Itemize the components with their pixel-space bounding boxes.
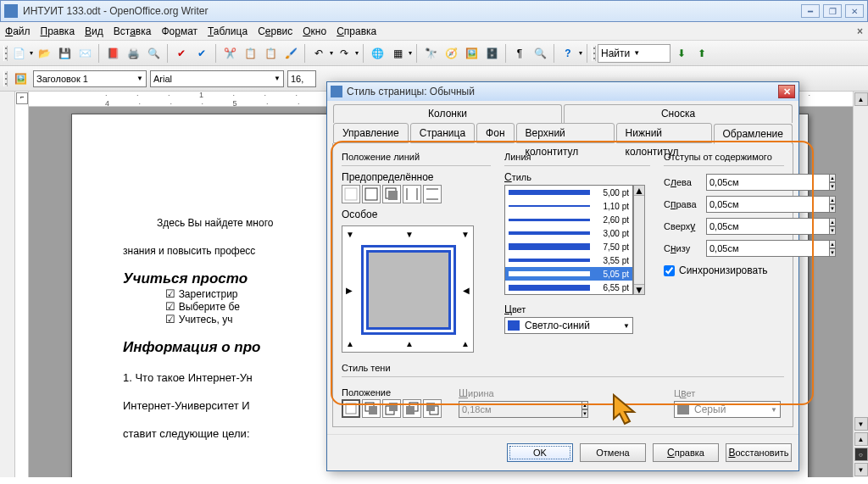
hyperlink-icon[interactable]: 🌐 [368,44,387,63]
help-button[interactable]: Справка [653,443,719,462]
tab-columns[interactable]: Колонки [333,104,562,123]
restore-button[interactable]: ❐ [823,4,842,18]
shadow-tr[interactable] [382,399,401,418]
minimize-button[interactable]: ━ [801,4,820,18]
toolbar-handle[interactable] [592,46,596,61]
line-style-option[interactable]: 1,10 pt [505,199,632,213]
menu-window[interactable]: Окно [303,25,326,37]
gallery-icon[interactable]: 🖼️ [462,44,481,63]
open-icon[interactable]: 📂 [35,44,53,63]
zoom-icon[interactable]: 🔍 [531,44,549,63]
margin-bottom-input[interactable] [706,240,830,257]
find-prev-icon[interactable]: ⬆ [693,44,711,63]
margin-top-input[interactable] [706,218,830,235]
toolbar-handle[interactable] [3,71,8,86]
line-style-list[interactable]: 5,00 pt1,10 pt2,60 pt3,00 pt7,50 pt3,55 … [504,185,633,295]
save-icon[interactable]: 💾 [55,44,74,63]
dialog-titlebar[interactable]: Стиль страницы: Обычный ✕ [327,82,798,101]
preset-box[interactable] [362,185,381,203]
tab-footer[interactable]: Нижний колонтитул [616,123,712,143]
tab-header[interactable]: Верхний колонтитул [516,123,615,143]
tab-footnote[interactable]: Сноска [564,104,793,123]
tab-border[interactable]: Обрамление [714,124,793,144]
paste-icon[interactable]: 📋 [261,44,280,63]
navigator-icon[interactable]: 🧭 [442,44,460,63]
reset-button[interactable]: Восстановить [726,443,792,462]
dialog-close-icon[interactable]: ✕ [778,85,795,98]
line-style-option[interactable]: 3,55 pt [505,253,632,267]
copy-icon[interactable]: 📋 [241,44,259,63]
font-size-combo[interactable] [287,70,316,87]
ok-button[interactable]: OK [507,443,573,462]
autospell-icon[interactable]: ✔ [192,44,211,63]
font-size-input[interactable] [291,74,313,84]
cut-icon[interactable]: ✂️ [220,44,239,63]
bottom-label: Снизу [664,242,706,254]
border-presets [342,185,491,203]
margin-left-input[interactable] [706,174,830,191]
tab-background[interactable]: Фон [476,123,514,143]
tab-manage[interactable]: Управление [333,123,409,143]
menu-view[interactable]: Вид [85,25,103,37]
line-style-option[interactable]: 3,00 pt [505,226,632,240]
font-input[interactable] [153,74,269,84]
find-icon[interactable]: 🔭 [421,44,440,63]
group-shadow: Стиль тени [342,363,784,373]
para-style-combo[interactable]: ▼ [33,70,147,87]
print-icon[interactable]: 🖨️ [124,44,142,63]
shadow-bl[interactable] [403,399,421,418]
menu-help[interactable]: Справка [337,25,376,37]
shadow-none[interactable] [342,399,360,418]
table-icon[interactable]: ▦ [388,44,407,63]
doc-chk3: Учитесь, уч [179,314,233,325]
close-doc-button[interactable]: × [857,25,863,37]
spellcheck-icon[interactable]: ✔ [172,44,191,63]
styles-icon[interactable]: 🖼️ [11,70,30,88]
line-style-option[interactable]: 5,00 pt [505,186,632,199]
menu-format[interactable]: Формат [161,25,198,37]
preview-icon[interactable]: 🔍 [144,44,163,63]
menu-table[interactable]: Таблица [208,25,248,37]
mail-icon[interactable]: ✉️ [75,44,94,63]
find-combo[interactable]: Найти ▼ [598,44,670,63]
find-next-icon[interactable]: ⬇ [672,44,691,63]
line-style-option[interactable]: 5,05 pt [505,267,632,281]
app-icon [4,4,18,18]
line-style-option[interactable]: 6,55 pt [505,281,632,294]
para-style-input[interactable] [36,74,131,84]
help-icon[interactable]: ? [559,44,577,63]
menu-tools[interactable]: Сервис [258,25,292,37]
line-style-option[interactable]: 7,50 pt [505,240,632,253]
menubar: Файл Правка Вид Вставка Формат Таблица С… [0,22,868,41]
border-preview[interactable]: ▼ ▼ ▲ ▲ ▶ ◀ ▼ ▲ [342,225,474,353]
tab-page[interactable]: Страница [410,123,475,143]
menu-file[interactable]: Файл [5,25,31,37]
pdf-icon[interactable]: 📕 [103,44,122,63]
font-combo[interactable]: ▼ [150,70,284,87]
preset-shadow[interactable] [382,185,401,203]
sync-checkbox[interactable] [664,265,675,276]
redo-icon[interactable]: ↷ [335,44,353,63]
menu-insert[interactable]: Вставка [114,25,152,37]
format-paint-icon[interactable]: 🖌️ [281,44,300,63]
preset-lr[interactable] [403,185,421,203]
shadow-tl[interactable] [423,399,442,418]
line-color-combo[interactable]: Светло-синий ▼ [504,317,633,334]
preset-none[interactable] [342,185,360,203]
margin-right-input[interactable] [706,196,830,213]
new-icon[interactable]: 📄 [9,44,28,63]
shadow-br[interactable] [362,399,381,418]
datasource-icon[interactable]: 🗄️ [482,44,501,63]
close-button[interactable]: ✕ [845,4,864,18]
preset-tb[interactable] [423,185,442,203]
cancel-button[interactable]: Отмена [580,443,646,462]
toolbar-handle[interactable] [3,46,8,61]
nonprint-icon[interactable]: ¶ [510,44,529,63]
undo-icon[interactable]: ↶ [309,44,328,63]
menu-edit[interactable]: Правка [41,25,75,37]
spin-up-icon[interactable]: ▲ [830,174,836,182]
spin-down-icon[interactable]: ▼ [830,182,836,191]
vertical-scrollbar[interactable]: ▲ ▼ ▲ ○ ▼ [853,92,868,477]
style-scrollbar[interactable]: ▲▼ [633,185,645,295]
line-style-option[interactable]: 2,60 pt [505,213,632,226]
